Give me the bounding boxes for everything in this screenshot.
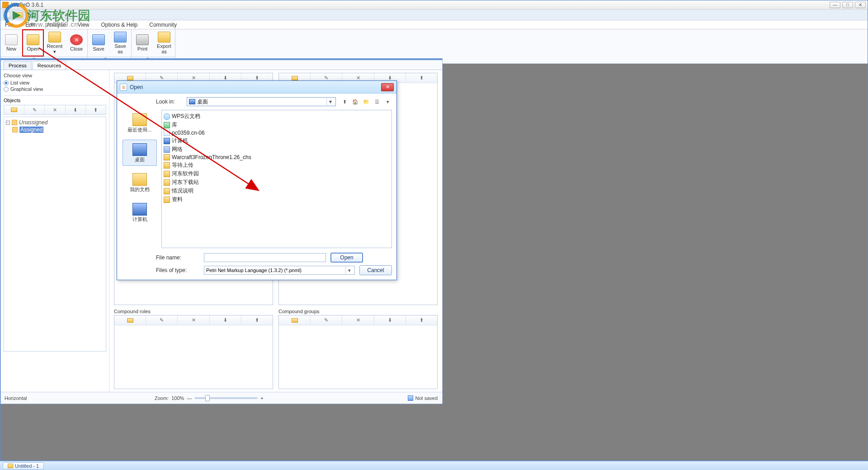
minimize-button[interactable]: — (830, 2, 840, 8)
ribbon-export-button[interactable]: Export as (153, 29, 175, 56)
zoom-slider[interactable] (194, 397, 258, 399)
quick-access-toolbar: ↶ ↷ ▾ (0, 9, 868, 20)
qat-new-icon[interactable] (3, 11, 12, 19)
ribbon-print-button[interactable]: Print (132, 29, 153, 56)
dialog-titlebar[interactable]: ♨ Open ✕ (117, 81, 396, 94)
move-down-icon[interactable]: ⬇ (210, 315, 241, 325)
new-folder-icon[interactable] (114, 315, 146, 325)
save-status-label: Not saved (415, 395, 438, 401)
place-mydocs[interactable]: 我的文档 (123, 169, 157, 196)
place-recent[interactable]: 最近使用... (123, 110, 157, 136)
menu-edit[interactable]: Edit (24, 21, 37, 29)
move-down-icon[interactable]: ⬇ (66, 105, 86, 114)
delete-icon[interactable]: ✕ (178, 315, 209, 325)
file-name: 情况说明 (172, 187, 193, 195)
move-up-icon[interactable]: ⬆ (241, 315, 273, 325)
chevron-down-icon[interactable]: ▾ (326, 98, 334, 105)
file-name: 河东软件园 (172, 170, 199, 178)
objects-toolbar: ✎ ✕ ⬇ ⬆ (4, 105, 106, 115)
file-name: 计算机 (172, 137, 188, 145)
app-title: WoPeD 3.6.1 (11, 2, 830, 8)
file-item[interactable]: 等待上传 (164, 161, 390, 169)
titlebar: WoPeD 3.6.1 — □ ✕ (0, 0, 868, 9)
file-item[interactable]: Warcraft3FrozenThrone1.26_chs (164, 154, 390, 161)
menu-view[interactable]: View (76, 21, 91, 29)
chevron-down-icon[interactable]: ▾ (345, 267, 353, 274)
dialog-open-button[interactable]: Open (330, 253, 363, 263)
lookin-combo[interactable]: 桌面 ▾ (187, 97, 336, 106)
menu-analyse[interactable]: Analyse (45, 21, 68, 29)
details-view-icon[interactable]: ▾ (384, 98, 392, 106)
folder-icon (164, 154, 170, 160)
objects-tree[interactable]: −Unassigned Assigned (4, 117, 106, 352)
new-folder-icon[interactable] (4, 105, 24, 114)
folder-icon (164, 188, 170, 194)
qat-redo-icon[interactable]: ↷ (53, 11, 62, 19)
file-name: 等待上传 (172, 161, 193, 169)
ribbon-open-button[interactable]: Open (22, 29, 44, 56)
dialog-close-button[interactable]: ✕ (381, 83, 394, 91)
move-down-icon[interactable]: ⬇ (374, 315, 406, 325)
file-list[interactable]: WPS云文档库pc0359.cn-06计算机网络Warcraft3FrozenT… (161, 110, 392, 248)
tab-resources[interactable]: Resources (33, 61, 66, 70)
place-computer[interactable]: 计算机 (123, 199, 157, 226)
taskbar-document-button[interactable]: Untitled - 1 (3, 462, 44, 470)
qat-dropdown-icon[interactable]: ▾ (65, 11, 74, 19)
tree-node-assigned[interactable]: Assigned (6, 126, 104, 133)
ribbon-new-button[interactable]: New (0, 29, 22, 56)
menu-file[interactable]: File (3, 21, 15, 29)
edit-icon[interactable]: ✎ (311, 315, 342, 325)
delete-icon[interactable]: ✕ (342, 315, 374, 325)
file-item[interactable]: 河东软件园 (164, 169, 390, 178)
edit-icon[interactable]: ✎ (146, 315, 178, 325)
folder-icon (164, 197, 170, 203)
file-item[interactable]: 资料 (164, 195, 390, 204)
edit-icon[interactable]: ✎ (24, 105, 45, 114)
move-up-icon[interactable]: ⬆ (406, 73, 437, 83)
file-item[interactable]: pc0359.cn-06 (164, 129, 390, 136)
list-view-icon[interactable]: ☰ (373, 98, 381, 106)
file-item[interactable]: 库 (164, 121, 390, 129)
radio-list-view[interactable]: List view (4, 80, 106, 85)
menu-options[interactable]: Options & Help (99, 21, 140, 29)
tree-node-unassigned[interactable]: −Unassigned (6, 119, 104, 126)
doc-icon (164, 130, 170, 136)
ribbon-saveas-button[interactable]: Save as (109, 29, 131, 56)
zoom-out-icon[interactable]: — (187, 395, 192, 401)
file-item[interactable]: 河东下载站 (164, 178, 390, 187)
close-window-button[interactable]: ✕ (855, 2, 866, 8)
file-item[interactable]: 网络 (164, 145, 390, 154)
move-up-icon[interactable]: ⬆ (406, 315, 437, 325)
menu-community[interactable]: Community (147, 21, 179, 29)
delete-icon[interactable]: ✕ (45, 105, 65, 114)
zoom-in-icon[interactable]: + (260, 395, 263, 401)
file-item[interactable]: 情况说明 (164, 187, 390, 195)
file-item[interactable]: WPS云文档 (164, 112, 390, 121)
qat-open-icon[interactable] (15, 11, 24, 19)
tab-process[interactable]: Process (4, 61, 32, 70)
dialog-cancel-button[interactable]: Cancel (359, 265, 392, 275)
qat-undo-icon[interactable]: ↶ (42, 11, 51, 19)
radio-graphical-view[interactable]: Graphical view (4, 86, 106, 92)
new-folder-icon[interactable] (279, 315, 311, 325)
folder-icon (164, 179, 170, 186)
statusbar: Horizontal Zoom: 100% — + Not saved (1, 392, 442, 404)
move-up-icon[interactable]: ⬆ (86, 105, 106, 114)
home-icon[interactable]: 🏠 (351, 98, 359, 106)
ribbon-save-button[interactable]: Save (88, 29, 109, 56)
new-folder-icon[interactable]: 📁 (362, 98, 370, 106)
file-item[interactable]: 计算机 (164, 136, 390, 145)
ribbon-close-button[interactable]: ✕Close (66, 29, 87, 56)
file-name: pc0359.cn-06 (172, 130, 205, 136)
lookin-label: Look in: (156, 99, 182, 105)
place-desktop[interactable]: 桌面 (123, 140, 157, 166)
maximize-button[interactable]: □ (842, 2, 853, 8)
qat-save-icon[interactable] (27, 11, 36, 19)
ribbon-recent-button[interactable]: Recent ▾ (44, 29, 66, 56)
filename-input[interactable] (204, 253, 326, 262)
desktop-icon (189, 99, 195, 104)
up-one-level-icon[interactable]: ⬆ (340, 98, 349, 106)
filesoftype-combo[interactable]: Petri Net Markup Language (1.3.2) (*.pnm… (204, 266, 355, 275)
menubar: File Edit Analyse View Options & Help Co… (0, 20, 868, 29)
zoom-label: Zoom: (155, 395, 169, 401)
